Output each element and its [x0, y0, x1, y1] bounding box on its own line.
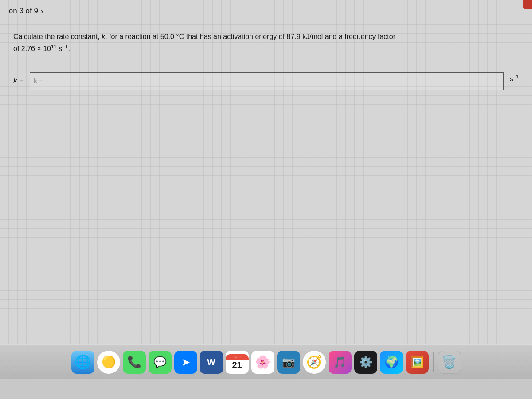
calendar-month-label: SEP	[226, 354, 249, 360]
dock-icon-calendar[interactable]: SEP 21	[226, 351, 249, 374]
dock: 🌐 🟡 📞 💬 ➤ W SEP 21 🌸	[0, 344, 532, 379]
unit-label: s−1	[510, 74, 519, 82]
question-area: Calculate the rate constant, k, for a re…	[0, 22, 532, 99]
dock-icon-phone[interactable]: 📞	[123, 351, 146, 374]
dock-icon-photos[interactable]: 🌸	[251, 351, 274, 374]
top-bar: ion 3 of 9 ›	[0, 0, 532, 22]
unit-exp-inline: −1	[62, 44, 68, 49]
dock-icon-navigation[interactable]: ➤	[174, 351, 197, 374]
question-text: Calculate the rate constant, k, for a re…	[13, 31, 519, 55]
question-text-line2: of 2.76 × 1011 s−1.	[13, 45, 70, 52]
main-content: ion 3 of 9 › Calculate the rate constant…	[0, 0, 532, 379]
calendar-day-label: 21	[232, 360, 242, 370]
question-text-part1: Calculate the rate constant,	[13, 33, 102, 40]
dock-icon-chrome[interactable]: 🟡	[97, 351, 120, 374]
exponent-11: 11	[51, 44, 57, 49]
dock-icon-finder[interactable]: 🌐	[71, 351, 94, 374]
dock-icon-globe[interactable]: 🌍	[380, 351, 403, 374]
dock-icon-word[interactable]: W	[200, 351, 223, 374]
answer-input[interactable]	[30, 72, 504, 90]
question-navigation: ion 3 of 9 ›	[7, 7, 43, 16]
next-question-button[interactable]: ›	[41, 7, 43, 16]
question-counter: ion 3 of 9	[7, 7, 38, 16]
dock-icon-preview[interactable]: 🖼️	[406, 351, 429, 374]
question-text-part2: , for a reaction at 50.0 °C that has an …	[105, 33, 395, 40]
dock-icon-settings[interactable]: ⚙️	[354, 351, 377, 374]
dock-icon-music[interactable]: 🎵	[329, 351, 352, 374]
dock-icon-trash[interactable]: 🗑️	[438, 351, 461, 374]
corner-accent	[523, 0, 532, 9]
dock-separator	[433, 352, 434, 372]
unit-superscript: −1	[513, 74, 519, 79]
dock-icon-messages[interactable]: 💬	[149, 351, 172, 374]
answer-row: k = s−1	[13, 72, 519, 90]
dock-icon-zoom[interactable]: 📷	[277, 351, 300, 374]
dock-icon-safari[interactable]: 🧭	[303, 351, 326, 374]
k-equals-label: k =	[13, 77, 23, 86]
